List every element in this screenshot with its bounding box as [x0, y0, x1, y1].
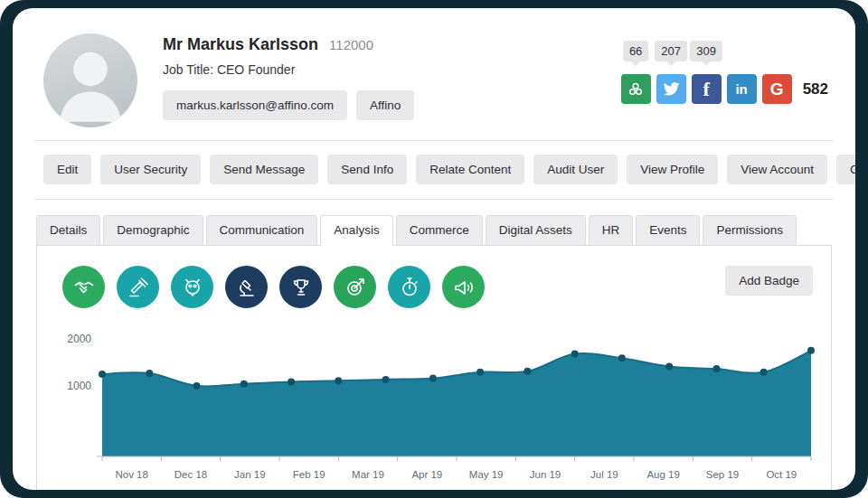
facebook-count-badge: 309: [690, 41, 722, 61]
job-title: Job Title: CEO Founder: [163, 62, 621, 77]
send-message-button[interactable]: Send Message: [210, 155, 318, 184]
chart-area: 10002000Nov 18Dec 18Jan 19Feb 19Mar 19Ap…: [37, 308, 831, 490]
twitter-count-badge: 207: [655, 41, 687, 61]
person-silhouette-icon: [43, 33, 137, 127]
badge-megaphone[interactable]: [442, 266, 485, 308]
handshake-icon: [73, 277, 95, 298]
tab-hr[interactable]: HR: [589, 215, 634, 246]
target-icon: [344, 277, 366, 298]
badge-stopwatch[interactable]: [388, 266, 430, 308]
megaphone-icon: [453, 277, 475, 298]
panel-head: Add Badge: [37, 246, 831, 308]
badge-trophy[interactable]: [279, 266, 322, 308]
propeller-icon: [627, 80, 645, 99]
tab-demographic[interactable]: Demographic: [103, 215, 203, 246]
tab-details[interactable]: Details: [36, 215, 100, 246]
svg-text:Mar 19: Mar 19: [352, 469, 384, 480]
audit-user-button[interactable]: Audit User: [533, 155, 618, 184]
badge-handshake[interactable]: [62, 266, 105, 308]
svg-text:Feb 19: Feb 19: [293, 469, 326, 480]
tab-commerce[interactable]: Commerce: [396, 215, 483, 246]
svg-text:Nov 18: Nov 18: [115, 469, 147, 480]
svg-text:Aug 19: Aug 19: [646, 469, 679, 480]
owl-icon: [182, 277, 203, 298]
svg-text:1000: 1000: [67, 380, 91, 392]
social-stats: 66 207 309 f in: [621, 33, 828, 104]
affino-count-badge: 66: [623, 41, 648, 61]
add-badge-button[interactable]: Add Badge: [725, 266, 813, 296]
tab-digital-assets[interactable]: Digital Assets: [486, 215, 586, 246]
linkedin-icon[interactable]: in: [727, 74, 757, 104]
profile-name: Mr Markus Karlsson: [163, 35, 318, 53]
name-row: Mr Markus Karlsson112000: [163, 35, 621, 54]
social-total-count: 582: [797, 80, 828, 99]
profile-card: Mr Markus Karlsson112000 Job Title: CEO …: [13, 8, 855, 490]
profile-id: 112000: [329, 37, 373, 52]
svg-text:Oct 19: Oct 19: [766, 469, 797, 480]
affino-icon[interactable]: [621, 74, 651, 104]
badge-gavel[interactable]: [117, 266, 159, 308]
svg-text:Apr 19: Apr 19: [411, 469, 442, 480]
twitter-bird-icon: [663, 80, 680, 98]
svg-text:May 19: May 19: [469, 469, 504, 480]
trend-chart: 10002000Nov 18Dec 18Jan 19Feb 19Mar 19Ap…: [53, 323, 818, 490]
app-frame: Mr Markus Karlsson112000 Job Title: CEO …: [0, 0, 868, 498]
tab-permissions[interactable]: Permissions: [703, 215, 797, 246]
tab-communication[interactable]: Communication: [206, 215, 318, 246]
company-button[interactable]: Affino: [356, 90, 414, 120]
badge-target[interactable]: [334, 266, 376, 308]
gavel-icon: [127, 277, 149, 298]
profile-header: Mr Markus Karlsson112000 Job Title: CEO …: [13, 26, 855, 140]
svg-text:Jun 19: Jun 19: [530, 469, 561, 480]
google-g-glyph: G: [770, 80, 784, 99]
svg-text:Sep 19: Sep 19: [706, 469, 739, 480]
identity-block: Mr Markus Karlsson112000 Job Title: CEO …: [163, 33, 621, 120]
contact-chips: markus.karlsson@affino.com Affino: [163, 90, 621, 120]
facebook-f-glyph: f: [703, 78, 709, 101]
go-to-list-button[interactable]: Go To List: [836, 155, 855, 184]
tab-events[interactable]: Events: [636, 215, 700, 246]
stopwatch-icon: [399, 277, 420, 298]
avatar: [43, 33, 137, 127]
facebook-icon[interactable]: f: [692, 74, 722, 104]
edit-button[interactable]: Edit: [43, 155, 91, 184]
view-account-button[interactable]: View Account: [727, 155, 827, 184]
send-info-button[interactable]: Send Info: [327, 155, 407, 184]
user-security-button[interactable]: User Security: [100, 155, 201, 184]
badge-row: [62, 266, 485, 308]
relate-content-button[interactable]: Relate Content: [416, 155, 524, 184]
svg-text:Dec 18: Dec 18: [175, 469, 207, 480]
svg-text:Jan 19: Jan 19: [234, 469, 266, 480]
google-icon[interactable]: G: [762, 74, 792, 104]
view-profile-button[interactable]: View Profile: [627, 155, 718, 184]
svg-text:Jul 19: Jul 19: [590, 469, 618, 480]
action-toolbar: Edit User Security Send Message Send Inf…: [13, 141, 855, 199]
tab-analysis[interactable]: Analysis: [320, 215, 392, 246]
email-button[interactable]: markus.karlsson@affino.com: [163, 90, 347, 120]
twitter-icon[interactable]: [656, 74, 686, 104]
tab-bar: Details Demographic Communication Analys…: [13, 200, 855, 245]
svg-text:2000: 2000: [67, 333, 91, 345]
badge-owl[interactable]: [171, 266, 213, 308]
linkedin-in-glyph: in: [735, 81, 747, 97]
trophy-icon: [290, 277, 312, 298]
microscope-icon: [236, 277, 258, 298]
analysis-panel: Add Badge 10002000Nov 18Dec 18Jan 19Feb …: [36, 245, 832, 490]
badge-microscope[interactable]: [225, 266, 268, 308]
